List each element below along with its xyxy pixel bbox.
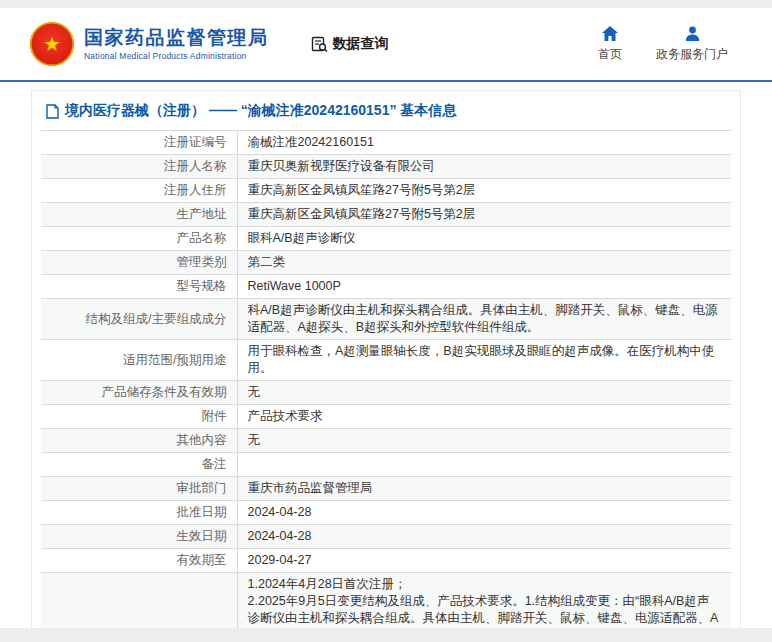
field-value: 科A/B超声诊断仪由主机和探头耦合组成。具体由主机、脚踏开关、鼠标、键盘、电源适… — [237, 299, 731, 340]
field-value: 2024-04-28 — [237, 501, 731, 525]
table-row: 适用范围/预期用途 用于眼科检查，A超测量眼轴长度，B超实现眼球及眼眶的超声成像… — [41, 340, 731, 381]
bottom-strip — [0, 628, 772, 642]
national-emblem-icon: ★ — [30, 22, 74, 66]
field-label: 产品名称 — [41, 227, 237, 251]
table-row: 产品名称 眼科A/B超声诊断仪 — [41, 227, 731, 251]
table-row: 型号规格 RetiWave 1000P — [41, 275, 731, 299]
table-row: 批准日期 2024-04-28 — [41, 501, 731, 525]
top-strip — [0, 0, 772, 8]
field-label: 生效日期 — [41, 525, 237, 549]
field-label: 批准日期 — [41, 501, 237, 525]
logo-text: 国家药品监督管理局 National Medical Products Admi… — [84, 27, 269, 61]
field-label: 结构及组成/主要组成成分 — [41, 299, 237, 340]
field-label: 注册人名称 — [41, 155, 237, 179]
field-label: 附件 — [41, 405, 237, 429]
header-nav: 首页 政务服务门户 — [598, 26, 742, 63]
registration-info-table: 注册证编号 渝械注准20242160151 注册人名称 重庆贝奥新视野医疗设备有… — [41, 130, 731, 642]
field-label: 其他内容 — [41, 429, 237, 453]
field-label: 生产地址 — [41, 203, 237, 227]
table-row: 结构及组成/主要组成成分 科A/B超声诊断仪由主机和探头耦合组成。具体由主机、脚… — [41, 299, 731, 340]
field-label: 注册人住所 — [41, 179, 237, 203]
field-label: 有效期至 — [41, 549, 237, 573]
table-row: 其他内容 无 — [41, 429, 731, 453]
field-value: 无 — [237, 429, 731, 453]
table-row: 备注 — [41, 453, 731, 477]
nav-home-label: 首页 — [598, 46, 622, 63]
site-header: ★ 国家药品监督管理局 National Medical Products Ad… — [0, 8, 772, 82]
nav-home[interactable]: 首页 — [598, 26, 622, 63]
field-label: 注册证编号 — [41, 131, 237, 155]
field-value: 重庆高新区金凤镇凤笙路27号附5号第2层 — [237, 179, 731, 203]
data-query-icon — [311, 36, 328, 53]
content-box: 境内医疗器械（注册） —— “渝械注准20242160151” 基本信息 注册证… — [31, 90, 741, 642]
data-query-label: 数据查询 — [333, 35, 389, 53]
field-value: 眼科A/B超声诊断仪 — [237, 227, 731, 251]
table-row: 产品储存条件及有效期 无 — [41, 381, 731, 405]
nav-data-query[interactable]: 数据查询 — [311, 35, 389, 53]
field-value: RetiWave 1000P — [237, 275, 731, 299]
table-row: 管理类别 第二类 — [41, 251, 731, 275]
field-value: 无 — [237, 381, 731, 405]
nav-portal-label: 政务服务门户 — [656, 46, 728, 63]
table-row: 有效期至 2029-04-27 — [41, 549, 731, 573]
document-icon — [46, 104, 59, 119]
field-value: 用于眼科检查，A超测量眼轴长度，B超实现眼球及眼眶的超声成像。在医疗机构中使用。 — [237, 340, 731, 381]
logo-subtitle: National Medical Products Administration — [84, 51, 269, 61]
field-label: 备注 — [41, 453, 237, 477]
field-label: 型号规格 — [41, 275, 237, 299]
field-label: 管理类别 — [41, 251, 237, 275]
field-value: 2029-04-27 — [237, 549, 731, 573]
field-value: 第二类 — [237, 251, 731, 275]
field-value: 重庆市药品监督管理局 — [237, 477, 731, 501]
field-value — [237, 453, 731, 477]
table-row: 注册人名称 重庆贝奥新视野医疗设备有限公司 — [41, 155, 731, 179]
field-label: 审批部门 — [41, 477, 237, 501]
table-row: 审批部门 重庆市药品监督管理局 — [41, 477, 731, 501]
home-icon — [602, 26, 618, 41]
field-label: 产品储存条件及有效期 — [41, 381, 237, 405]
field-value: 重庆高新区金凤镇凤笙路27号附5号第2层 — [237, 203, 731, 227]
page-title-text: 境内医疗器械（注册） —— “渝械注准20242160151” 基本信息 — [65, 102, 456, 120]
field-value: 重庆贝奥新视野医疗设备有限公司 — [237, 155, 731, 179]
user-icon — [685, 26, 700, 41]
field-value: 2024-04-28 — [237, 525, 731, 549]
page-title: 境内医疗器械（注册） —— “渝械注准20242160151” 基本信息 — [32, 91, 740, 130]
field-value: 产品技术要求 — [237, 405, 731, 429]
nmpa-logo[interactable]: ★ 国家药品监督管理局 National Medical Products Ad… — [30, 22, 269, 66]
table-row: 注册证编号 渝械注准20242160151 — [41, 131, 731, 155]
table-row: 生产地址 重庆高新区金凤镇凤笙路27号附5号第2层 — [41, 203, 731, 227]
logo-title: 国家药品监督管理局 — [84, 27, 269, 49]
field-label: 适用范围/预期用途 — [41, 340, 237, 381]
main-area: 境内医疗器械（注册） —— “渝械注准20242160151” 基本信息 注册证… — [0, 82, 772, 642]
table-row: 附件 产品技术要求 — [41, 405, 731, 429]
nav-portal[interactable]: 政务服务门户 — [656, 26, 728, 63]
field-value: 渝械注准20242160151 — [237, 131, 731, 155]
table-row: 生效日期 2024-04-28 — [41, 525, 731, 549]
table-row: 注册人住所 重庆高新区金凤镇凤笙路27号附5号第2层 — [41, 179, 731, 203]
